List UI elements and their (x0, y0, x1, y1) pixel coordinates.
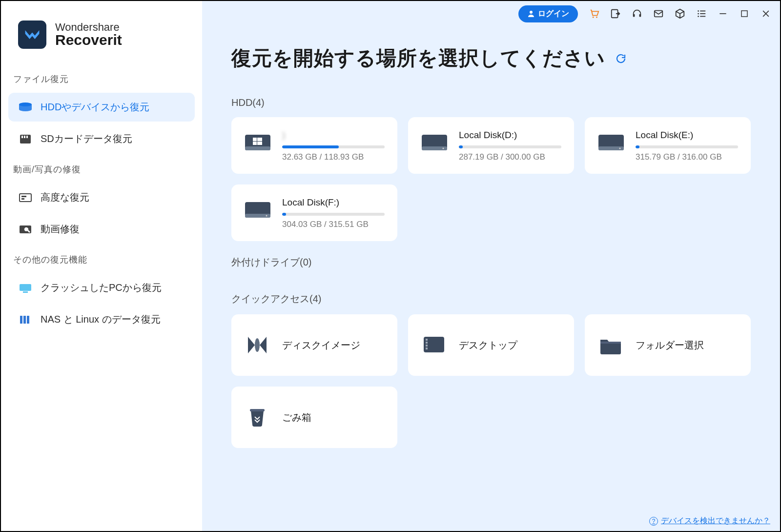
user-icon (527, 10, 535, 18)
sidebar-item-sdcard-recovery[interactable]: SDカードデータ復元 (8, 124, 195, 153)
quick-access-card[interactable]: デスクトップ (408, 314, 574, 376)
svg-point-16 (596, 17, 597, 18)
package-icon[interactable] (675, 8, 685, 19)
disk-name: ) (282, 130, 385, 141)
drive-icon (597, 130, 625, 152)
sidebar-item-advanced-recovery[interactable]: 高度な復元 (8, 183, 195, 212)
svg-rect-33 (253, 142, 257, 145)
drive-icon (244, 130, 271, 152)
quick-access-label: フォルダー選択 (636, 339, 704, 352)
mail-icon[interactable] (653, 8, 664, 19)
quick-grid: ディスクイメージデスクトップフォルダー選択ごみ箱 (202, 314, 780, 448)
svg-rect-6 (21, 196, 26, 197)
menu-icon[interactable] (696, 8, 707, 19)
hdd-grid: )32.63 GB / 118.93 GBLocal Disk(D:)287.1… (202, 117, 780, 241)
svg-rect-10 (23, 291, 28, 293)
sidebar-item-nas-linux-recovery[interactable]: NAS と Linux のデータ復元 (8, 305, 195, 334)
svg-rect-3 (24, 136, 25, 138)
svg-rect-11 (20, 316, 22, 324)
svg-rect-18 (633, 14, 635, 17)
svg-rect-50 (250, 409, 265, 411)
section-quick: クイックアクセス(4) (202, 278, 780, 314)
desktop-icon (421, 333, 447, 357)
minimize-icon[interactable] (718, 8, 728, 19)
section-hdd: HDD(4) (202, 82, 780, 117)
svg-rect-19 (639, 14, 641, 17)
nas-icon (18, 314, 33, 325)
sd-card-icon (18, 134, 33, 144)
svg-point-21 (698, 10, 699, 12)
advanced-icon (18, 192, 33, 203)
svg-rect-26 (700, 16, 705, 17)
usage-bar (636, 145, 738, 148)
cart-icon[interactable] (589, 8, 599, 19)
disk-card[interactable]: Local Disk(D:)287.19 GB / 300.00 GB (408, 117, 574, 174)
close-icon[interactable] (760, 8, 771, 19)
wrench-icon (18, 224, 33, 235)
disk-name: Local Disk(F:) (282, 197, 385, 208)
quick-access-label: デスクトップ (459, 339, 517, 352)
trash-icon (244, 405, 270, 430)
sidebar-item-label: クラッシュしたPCから復元 (41, 281, 162, 294)
svg-rect-32 (257, 138, 262, 141)
disk-card[interactable]: )32.63 GB / 118.93 GB (231, 117, 397, 174)
svg-rect-22 (700, 11, 705, 12)
svg-rect-48 (426, 345, 428, 347)
drive-icon (421, 130, 448, 152)
diskimg-icon (244, 333, 270, 357)
sidebar-item-label: HDDやデバイスから復元 (41, 101, 149, 114)
hdd-icon (18, 102, 33, 113)
maximize-icon[interactable] (739, 8, 750, 19)
app-logo: Wondershare Recoverit (1, 20, 202, 66)
svg-rect-13 (27, 316, 29, 324)
sidebar-item-label: 動画修復 (41, 223, 80, 236)
svg-rect-31 (253, 138, 257, 141)
svg-rect-5 (20, 194, 31, 202)
svg-point-43 (266, 215, 267, 217)
sidebar-item-hdd-device-recovery[interactable]: HDDやデバイスから復元 (8, 93, 195, 122)
question-icon: ? (649, 517, 658, 526)
svg-point-15 (593, 17, 594, 18)
sidebar-section-file-recovery: ファイル復元 (1, 66, 202, 90)
disk-size: 315.79 GB / 316.00 GB (636, 152, 738, 162)
svg-point-44 (255, 338, 260, 352)
usage-bar (282, 213, 385, 216)
refresh-icon[interactable] (615, 53, 627, 64)
svg-point-37 (443, 148, 444, 149)
svg-point-40 (619, 148, 621, 149)
svg-rect-2 (21, 136, 23, 138)
sidebar-item-crashed-pc-recovery[interactable]: クラッシュしたPCから復元 (8, 273, 195, 302)
disk-size: 32.63 GB / 118.93 GB (282, 152, 385, 162)
svg-rect-7 (21, 198, 24, 200)
svg-rect-34 (257, 142, 262, 145)
svg-rect-49 (426, 348, 428, 349)
svg-rect-27 (719, 13, 726, 14)
drive-icon (244, 197, 271, 220)
quick-access-card[interactable]: フォルダー選択 (585, 314, 751, 376)
section-external: 外付けドライブ(0) (202, 241, 780, 278)
disk-card[interactable]: Local Disk(F:)304.03 GB / 315.51 GB (231, 184, 397, 241)
usage-bar (459, 145, 561, 148)
sidebar-item-label: NAS と Linux のデータ復元 (41, 313, 161, 326)
disk-size: 304.03 GB / 315.51 GB (282, 220, 385, 229)
svg-rect-12 (23, 316, 26, 324)
svg-point-14 (530, 11, 533, 14)
disk-card[interactable]: Local Disk(E:)315.79 GB / 316.00 GB (585, 117, 751, 174)
monitor-icon (18, 283, 33, 293)
svg-rect-9 (20, 284, 31, 291)
sidebar-item-video-repair[interactable]: 動画修復 (8, 215, 195, 244)
quick-access-card[interactable]: ディスクイメージ (231, 314, 397, 376)
export-icon[interactable] (610, 8, 621, 19)
svg-rect-4 (26, 136, 28, 138)
folder-icon (597, 333, 624, 357)
disk-name: Local Disk(E:) (636, 130, 738, 141)
headset-icon[interactable] (632, 8, 642, 19)
page-title: 復元を開始する場所を選択してください (231, 45, 605, 72)
svg-point-25 (698, 16, 699, 17)
sidebar-section-other: その他の復元機能 (1, 246, 202, 270)
login-button[interactable]: ログイン (518, 5, 578, 22)
device-detect-help-link[interactable]: ? デバイスを検出できませんか？ (649, 516, 770, 526)
quick-access-card[interactable]: ごみ箱 (231, 387, 397, 448)
quick-access-label: ごみ箱 (282, 411, 311, 424)
disk-size: 287.19 GB / 300.00 GB (459, 152, 561, 162)
